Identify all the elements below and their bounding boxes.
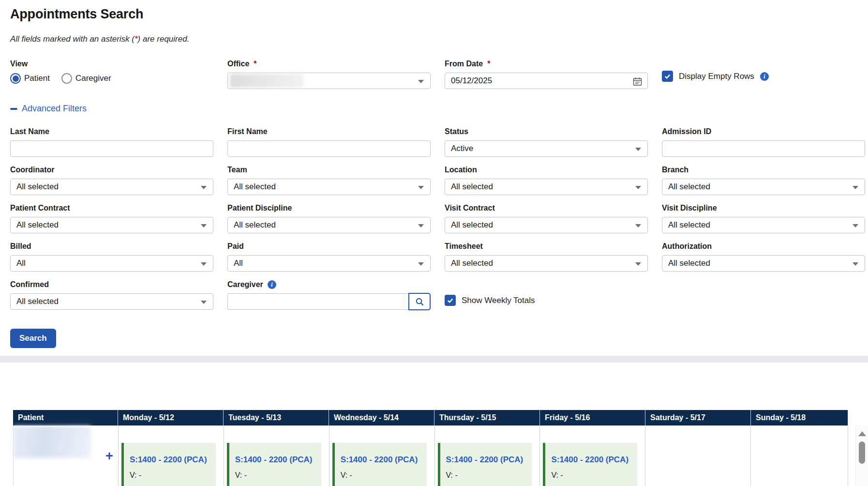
status-field: StatusActive: [445, 127, 648, 157]
scrollbar-up-icon[interactable]: [858, 431, 866, 436]
chevron-down-icon: [635, 224, 641, 228]
view-radio-group: PatientCaregiver: [10, 73, 213, 84]
branch-select[interactable]: All selected: [662, 179, 865, 195]
visit-discipline-select[interactable]: All selected: [662, 217, 865, 233]
radio-icon: [61, 73, 72, 84]
display-empty-rows-field: Display Empty Rows i: [662, 71, 865, 89]
office-select[interactable]: [227, 73, 431, 89]
coordinator-select[interactable]: All selected: [10, 179, 213, 195]
grid-header-row: PatientMonday - 5/12Tuesday - 5/13Wednes…: [13, 410, 848, 425]
appointment-card: S:1400 - 2200 (PCA)V: -: [332, 443, 427, 486]
billed-select[interactable]: All: [10, 255, 213, 272]
appointment-card: S:1400 - 2200 (PCA)V: -: [121, 443, 216, 486]
first-name-label: First Name: [227, 127, 431, 136]
patient-contract-label: Patient Contract: [10, 204, 213, 213]
add-appointment-button[interactable]: +: [105, 450, 113, 463]
required-note: All fields marked with an asterisk (*) a…: [10, 34, 868, 44]
view-radio-caregiver[interactable]: Caregiver: [61, 73, 111, 84]
required-asterisk: *: [135, 34, 138, 44]
appointment-visit-text: V: -: [130, 471, 216, 480]
caregiver-field: Caregiver i: [227, 280, 431, 310]
advanced-filters-toggle[interactable]: Advanced Filters: [10, 104, 87, 114]
chevron-down-icon: [418, 186, 424, 189]
visit-contract-select[interactable]: All selected: [445, 217, 648, 233]
advanced-filters-label: Advanced Filters: [22, 104, 87, 114]
search-button[interactable]: Search: [10, 329, 56, 348]
chevron-down-icon: [853, 262, 858, 266]
appointment-schedule-link[interactable]: S:1400 - 2200 (PCA): [235, 455, 321, 465]
vertical-scrollbar[interactable]: [855, 425, 868, 486]
appointment-schedule-link[interactable]: S:1400 - 2200 (PCA): [551, 455, 637, 465]
last-name-label: Last Name: [10, 127, 213, 136]
radio-icon: [10, 73, 21, 84]
chevron-down-icon: [635, 186, 641, 189]
show-weekly-totals-checkbox[interactable]: [445, 295, 456, 306]
confirmed-select[interactable]: All selected: [10, 293, 213, 310]
patient-discipline-select[interactable]: All selected: [227, 217, 431, 233]
team-field: TeamAll selected: [227, 166, 431, 195]
last-name-input[interactable]: [16, 141, 207, 156]
info-icon[interactable]: i: [760, 72, 769, 81]
day-cell: S:1400 - 2200 (PCA)V: -: [119, 425, 224, 486]
radio-label: Patient: [24, 74, 50, 83]
radio-label: Caregiver: [75, 74, 111, 83]
grid-header-day-6: Saturday - 5/17: [645, 410, 751, 425]
from-date-input[interactable]: [451, 73, 642, 89]
appointment-schedule-link[interactable]: S:1400 - 2200 (PCA): [341, 455, 427, 465]
appointment-card: S:1400 - 2200 (PCA)V: -: [227, 443, 321, 486]
admission-id-input[interactable]: [668, 141, 859, 156]
timesheet-select[interactable]: All selected: [445, 255, 648, 272]
admission-id-field: Admission ID: [662, 127, 865, 157]
chevron-down-icon: [418, 80, 424, 83]
branch-label: Branch: [662, 166, 865, 174]
patient-discipline-field: Patient DisciplineAll selected: [227, 204, 431, 233]
appointment-schedule-link[interactable]: S:1400 - 2200 (PCA): [130, 455, 216, 465]
chevron-down-icon: [853, 186, 858, 189]
display-empty-rows-checkbox[interactable]: [662, 71, 673, 82]
paid-field: PaidAll: [227, 242, 431, 272]
day-cell: S:1400 - 2200 (PCA)V: -: [224, 425, 329, 486]
appointment-visit-text: V: -: [235, 471, 321, 480]
team-label: Team: [227, 166, 431, 174]
page-title: Appointments Search: [10, 7, 868, 22]
section-divider: [0, 356, 868, 363]
timesheet-field: TimesheetAll selected: [445, 242, 648, 272]
day-cell-empty: [645, 425, 751, 486]
caregiver-search-button[interactable]: [408, 293, 431, 310]
first-name-input[interactable]: [234, 141, 424, 156]
patient-contract-select[interactable]: All selected: [10, 217, 213, 233]
last-name-input-wrap: [10, 140, 213, 157]
status-label: Status: [445, 127, 648, 136]
chevron-down-icon: [418, 224, 424, 228]
chevron-down-icon: [201, 262, 207, 266]
patient-contract-field: Patient ContractAll selected: [10, 204, 213, 233]
location-label: Location: [445, 166, 648, 174]
authorization-select[interactable]: All selected: [662, 255, 865, 272]
patient-discipline-label: Patient Discipline: [227, 204, 431, 213]
caregiver-search-input[interactable]: [227, 293, 408, 310]
view-radio-patient[interactable]: Patient: [10, 73, 50, 84]
location-select[interactable]: All selected: [445, 179, 648, 195]
appointment-visit-text: V: -: [551, 471, 637, 480]
appointment-visit-text: V: -: [341, 471, 427, 480]
paid-select[interactable]: All: [227, 255, 431, 272]
calendar-icon[interactable]: [633, 77, 642, 89]
appointments-search-page: Appointments Search All fields marked wi…: [0, 0, 868, 348]
office-redacted-value: [230, 74, 303, 88]
status-select[interactable]: Active: [445, 140, 648, 157]
coordinator-label: Coordinator: [10, 166, 213, 174]
info-icon[interactable]: i: [268, 280, 276, 289]
authorization-label: Authorization: [662, 242, 865, 251]
billed-field: BilledAll: [10, 242, 213, 272]
team-select[interactable]: All selected: [227, 179, 431, 195]
chevron-down-icon: [635, 262, 641, 266]
confirmed-label: Confirmed: [10, 280, 213, 289]
grid-header-day-1: Monday - 5/12: [118, 410, 224, 425]
grid-header-day-7: Sunday - 5/18: [751, 410, 848, 425]
day-cell: S:1400 - 2200 (PCA)V: -: [329, 425, 435, 486]
view-field: View PatientCaregiver: [10, 60, 213, 89]
appointment-schedule-link[interactable]: S:1400 - 2200 (PCA): [446, 455, 532, 465]
scrollbar-thumb[interactable]: [859, 441, 865, 464]
visit-discipline-field: Visit DisciplineAll selected: [662, 204, 865, 233]
display-empty-rows-label: Display Empty Rows: [679, 72, 754, 81]
